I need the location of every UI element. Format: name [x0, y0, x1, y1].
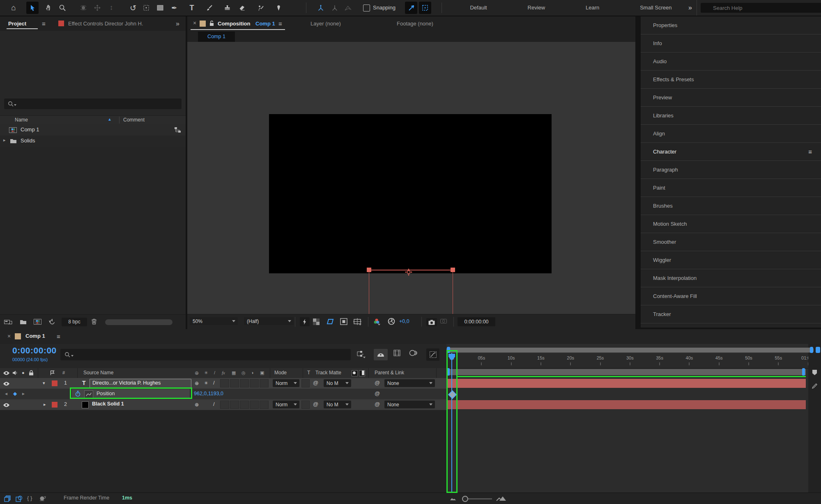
work-area-bar[interactable] [446, 369, 806, 375]
mask-visibility-icon[interactable] [326, 318, 334, 325]
eye-icon[interactable] [3, 403, 10, 408]
panel-menu-icon[interactable]: ≡ [808, 148, 812, 155]
rasterize-switch-icon[interactable]: ✳ [204, 380, 208, 386]
expand-chevron-icon[interactable]: ▸ [3, 137, 6, 143]
layer-name[interactable]: Black Solid 1 [92, 401, 124, 407]
parent-select[interactable]: None [384, 401, 435, 408]
panel-tab-audio[interactable]: Audio [641, 53, 821, 71]
panel-tab-libraries[interactable]: Libraries [641, 107, 821, 125]
layer-handle-topleft[interactable] [367, 268, 371, 272]
expand-transfer-controls-icon[interactable] [16, 495, 23, 502]
layer-label-chip[interactable] [52, 402, 57, 408]
render-time-snail-icon[interactable] [39, 496, 47, 501]
project-settings-icon[interactable] [48, 319, 55, 325]
layer-name-box[interactable]: Directo...or Victoria P. Hughes [90, 379, 191, 388]
panel-tab-motion-sketch[interactable]: Motion Sketch [641, 215, 821, 233]
panel-tab-tracker[interactable]: Tracker [641, 305, 821, 323]
column-parent-link[interactable]: Parent & Link [375, 370, 404, 376]
frame-blend-switch-cell[interactable] [230, 401, 239, 409]
pen-tool-icon[interactable]: ✒ [168, 2, 180, 14]
workspace-overflow-chevron[interactable]: » [688, 0, 692, 16]
view-axis-mode-icon[interactable] [342, 2, 354, 14]
panel-tab-content-aware-fill[interactable]: Content-Aware Fill [641, 287, 821, 305]
used-in-comp-icon[interactable] [174, 127, 181, 133]
zoom-out-mountains-icon[interactable] [450, 497, 457, 501]
panel-menu-icon[interactable]: ≡ [57, 333, 60, 340]
dolly-camera-tool-icon[interactable]: ↕ [105, 2, 117, 14]
current-timecode[interactable]: 0:00:00:00 [12, 346, 57, 355]
workspace-tab-review[interactable]: Review [528, 0, 545, 16]
column-name[interactable]: Name [15, 117, 28, 123]
adjustment-switch-cell[interactable] [250, 379, 259, 387]
tab-effect-controls[interactable]: Effect Controls Director John H. [68, 16, 172, 31]
project-item-solids[interactable]: ▸ Solids [0, 135, 186, 147]
local-axis-mode-icon[interactable] [315, 2, 327, 14]
pan-behind-tool-icon[interactable] [140, 2, 152, 14]
type-tool-icon[interactable]: T [186, 2, 198, 14]
property-value[interactable]: 962,0,1193,0 [194, 391, 223, 396]
exposure-value[interactable]: +0,0 [399, 318, 409, 324]
fast-preview-icon[interactable] [300, 317, 310, 326]
anchor-point-icon[interactable] [404, 268, 413, 277]
rectangle-tool-icon[interactable] [154, 2, 166, 14]
close-icon[interactable]: × [7, 333, 11, 339]
parent-pickwhip-icon[interactable]: @ [375, 401, 380, 407]
panel-tab-align[interactable]: Align [641, 125, 821, 143]
panel-tab-paragraph[interactable]: Paragraph [641, 161, 821, 179]
tab-layer[interactable]: Layer (none) [310, 16, 341, 31]
panel-tab-mask-interpolation[interactable]: Mask Interpolation [641, 269, 821, 287]
zoom-in-mountain-icon[interactable] [496, 495, 507, 501]
layer-1-duration-bar[interactable] [446, 379, 806, 388]
layer-handle-topright[interactable] [451, 268, 455, 272]
threed-switch-cell[interactable] [260, 379, 269, 387]
track-matte-select[interactable]: No M [324, 401, 351, 408]
parent-pickwhip-icon[interactable]: @ [375, 380, 380, 386]
expand-chevron-icon[interactable]: ▸ [44, 402, 46, 407]
magnification-select[interactable]: 50% [190, 317, 238, 325]
workspace-tab-learn[interactable]: Learn [586, 0, 599, 16]
threed-switch-cell[interactable] [260, 401, 269, 409]
interpret-footage-icon[interactable] [4, 319, 12, 325]
track-matte-select[interactable]: No M [324, 379, 351, 387]
zoom-tool-icon[interactable] [56, 2, 69, 14]
quality-switch-icon[interactable]: / [213, 401, 215, 407]
tab-composition-prefix[interactable]: Composition [218, 16, 250, 31]
panel-tab-info[interactable]: Info [641, 34, 821, 53]
timeline-zoom-handle[interactable] [816, 347, 820, 353]
sort-ascending-icon[interactable]: ▲ [108, 117, 112, 121]
work-area-end-handle[interactable] [802, 368, 805, 376]
panel-tab-wiggler[interactable]: Wiggler [641, 251, 821, 269]
selection-tool-icon[interactable] [26, 2, 39, 14]
pan-camera-tool-icon[interactable] [91, 2, 103, 14]
navigator-end-handle[interactable] [810, 347, 813, 353]
orbit-camera-tool-icon[interactable] [77, 2, 90, 14]
home-icon[interactable]: ⌂ [7, 2, 20, 14]
expand-inout-icon[interactable]: { } [27, 495, 32, 501]
fx-switch-cell[interactable] [220, 401, 229, 409]
time-navigator-track[interactable] [446, 348, 814, 353]
layer-row-2[interactable]: ▸ 2 Black Solid 1 ⊕ / Norm @ No M @ None [0, 399, 446, 410]
motion-blur-switch-cell[interactable] [240, 401, 249, 409]
world-axis-mode-icon[interactable] [329, 2, 341, 14]
matte-pickwhip-icon[interactable]: @ [313, 401, 318, 407]
shy-layers-icon[interactable] [374, 349, 388, 360]
preserve-transparency-cell[interactable] [301, 379, 310, 387]
close-icon[interactable]: × [193, 20, 196, 26]
eye-icon[interactable] [3, 381, 10, 386]
edit-pen-icon[interactable] [812, 383, 817, 389]
viewer-timecode[interactable]: 0:00:00:00 [458, 317, 495, 326]
panel-tab-smoother[interactable]: Smoother [641, 233, 821, 251]
blend-mode-select[interactable]: Norm [273, 379, 299, 387]
column-t[interactable]: T [307, 370, 310, 376]
preserve-transparency-cell[interactable] [301, 401, 310, 409]
puppet-pin-tool-icon[interactable] [272, 2, 285, 14]
show-snapshot-icon[interactable] [440, 318, 447, 323]
column-divider[interactable] [119, 117, 120, 124]
exposure-icon[interactable] [388, 318, 395, 325]
viewer-subtab-comp1[interactable]: Comp 1 [198, 32, 235, 42]
panel-tab-character[interactable]: Character≡ [641, 143, 821, 161]
next-keyframe-icon[interactable]: ▸ [22, 391, 25, 396]
column-source-name[interactable]: Source Name [83, 370, 113, 376]
expand-layer-switches-icon[interactable] [4, 495, 11, 502]
rotate-tool-icon[interactable]: ↺ [127, 2, 139, 14]
